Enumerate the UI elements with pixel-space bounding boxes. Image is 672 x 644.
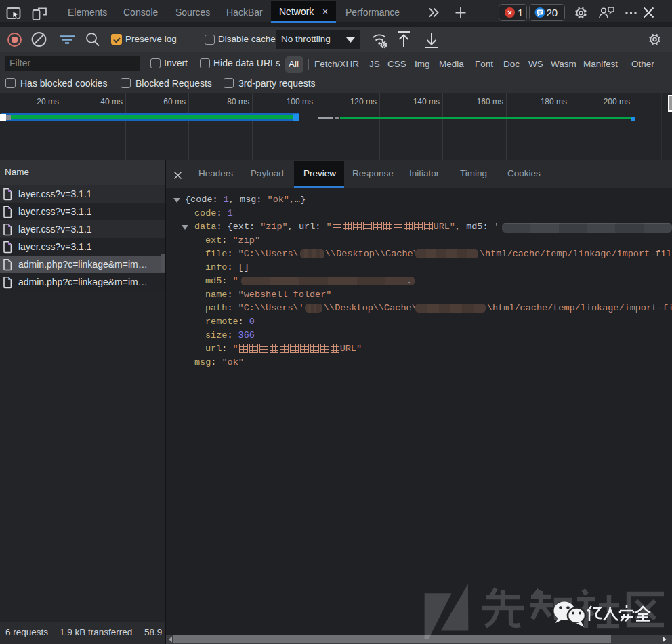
svg-text:1: 1 [518,7,523,18]
svg-text:20: 20 [547,7,558,18]
